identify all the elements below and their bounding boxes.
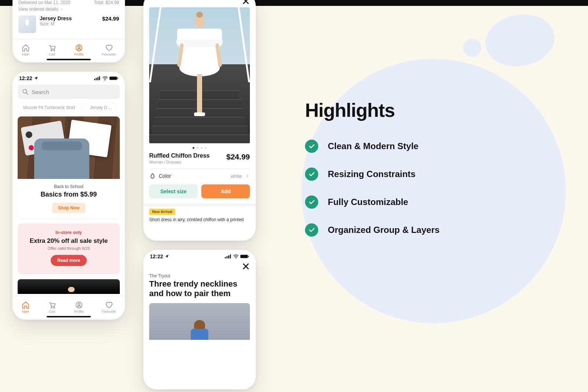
promo-eyebrow: In-store only <box>23 230 115 235</box>
tab-profile[interactable]: Profile <box>74 44 84 56</box>
battery-icon <box>110 76 118 80</box>
article-image <box>149 303 250 340</box>
promo-card[interactable]: Back to School Basics from $5.99 Shop No… <box>18 116 120 218</box>
product-name: Jersey Dress <box>40 15 72 21</box>
status-bar: 12:22 <box>143 250 256 261</box>
location-arrow-icon <box>34 76 38 80</box>
phone-main: 12:22 Search Muscle Fit Turtleneck Shirt… <box>12 72 125 320</box>
add-button[interactable]: Add <box>201 184 250 198</box>
product-price: $24.99 <box>102 15 119 22</box>
svg-rect-7 <box>99 76 100 80</box>
product-thumbnail <box>18 15 36 33</box>
close-icon[interactable] <box>242 262 250 270</box>
home-indicator <box>47 59 91 60</box>
svg-point-20 <box>236 258 236 259</box>
wifi-icon <box>233 254 239 259</box>
svg-rect-18 <box>228 255 229 258</box>
svg-rect-10 <box>117 78 118 79</box>
promo-image-peek <box>18 279 120 294</box>
tab-main[interactable]: Main <box>22 301 30 313</box>
highlight-item: Clean & Modern Style <box>305 140 511 153</box>
promo-sub: Offer calid through 8/23 <box>23 246 115 251</box>
product-category: Woman / Dresses <box>149 160 209 164</box>
highlight-item: Fully Customizable <box>305 195 511 209</box>
select-size-button[interactable]: Select size <box>149 184 198 198</box>
svg-point-1 <box>54 50 55 51</box>
promo-image <box>18 116 120 179</box>
phone-product: Ruffled Chiffon Dress Woman / Dresses $2… <box>143 0 256 241</box>
chip-scroller[interactable]: Muscle Fit Turtleneck Shirt Jersey D… <box>12 103 125 116</box>
svg-rect-6 <box>97 77 98 80</box>
shop-now-button[interactable]: Shop Now <box>52 203 86 213</box>
chevron-right-icon <box>60 7 64 11</box>
promo-eyebrow: Back to School <box>23 184 115 189</box>
svg-rect-5 <box>96 78 97 80</box>
svg-rect-16 <box>225 257 226 259</box>
svg-point-12 <box>51 307 52 308</box>
svg-point-3 <box>78 46 80 48</box>
product-price: $24.99 <box>226 152 250 161</box>
highlight-text: Fully Customizable <box>328 197 408 207</box>
color-label: Color <box>159 173 171 179</box>
chip[interactable]: Jersey D… <box>84 103 117 113</box>
chevron-right-icon <box>245 173 250 179</box>
read-more-button[interactable]: Read more <box>51 255 87 266</box>
svg-rect-21 <box>240 255 248 258</box>
tab-favourite[interactable]: Favourite <box>102 44 116 56</box>
home-icon <box>22 44 30 52</box>
profile-icon <box>75 301 83 309</box>
check-icon <box>305 140 318 153</box>
highlight-item: Organized Group & Layers <box>305 223 511 237</box>
svg-point-13 <box>54 307 55 308</box>
tab-profile[interactable]: Profile <box>74 301 84 313</box>
home-indicator <box>47 316 91 317</box>
svg-rect-9 <box>110 76 117 80</box>
location-arrow-icon <box>165 254 169 259</box>
battery-icon <box>240 254 249 259</box>
tab-main[interactable]: Main <box>22 44 30 56</box>
highlight-item: Resizing Constraints <box>305 168 511 181</box>
order-delivered: Delivered on Mar 11, 2020 <box>18 0 70 5</box>
promo-head: Extra 20% off all sale style <box>23 237 115 245</box>
product-hero-image[interactable] <box>149 7 250 143</box>
product-description: Short dress in airy, crinkled chiffon wi… <box>143 215 256 227</box>
svg-rect-19 <box>230 255 231 259</box>
svg-rect-4 <box>94 79 95 80</box>
highlight-text: Resizing Constraints <box>328 169 416 179</box>
droplet-icon <box>149 173 156 179</box>
check-icon <box>305 168 318 181</box>
cart-icon <box>48 44 56 52</box>
view-details-link[interactable]: View ordered details <box>12 7 125 12</box>
order-item[interactable]: Jersey Dress Size: M $24.99 <box>12 12 125 33</box>
signal-icon <box>225 254 232 259</box>
product-name: Ruffled Chiffon Dress <box>149 152 209 159</box>
check-icon <box>305 195 318 209</box>
article-title: Three trendy necklines and how to pair t… <box>143 278 256 303</box>
highlights-title: Highlights <box>305 99 511 121</box>
status-bar: 12:22 <box>12 72 125 83</box>
highlights-panel: Highlights Clean & Modern Style Resizing… <box>305 99 511 251</box>
profile-icon <box>75 44 83 52</box>
svg-rect-22 <box>248 256 249 257</box>
page-dots[interactable] <box>143 147 256 149</box>
heart-icon <box>105 301 113 309</box>
search-placeholder: Search <box>32 89 49 95</box>
cart-icon <box>48 301 56 309</box>
wifi-icon <box>102 76 108 80</box>
tab-cart[interactable]: Cart <box>48 301 56 313</box>
promo-head: Basics from $5.99 <box>23 191 115 198</box>
color-selector[interactable]: Color white <box>143 173 256 179</box>
tab-cart[interactable]: Cart <box>48 44 56 56</box>
article-eyebrow: The Tryout <box>143 270 256 278</box>
product-size: Size: M <box>40 21 72 26</box>
svg-point-15 <box>78 303 80 305</box>
promo-card-sale[interactable]: In-store only Extra 20% off all sale sty… <box>18 223 120 274</box>
svg-point-8 <box>105 80 105 80</box>
close-icon[interactable] <box>242 0 250 5</box>
chip[interactable]: Muscle Fit Turtleneck Shirt <box>18 103 80 113</box>
tab-favourite[interactable]: Favourite <box>102 301 116 313</box>
highlight-text: Organized Group & Layers <box>328 225 440 235</box>
search-input[interactable]: Search <box>18 85 120 99</box>
new-arrival-tag: New Arrival <box>149 209 175 215</box>
phone-article: 12:22 The Tryout Three trendy necklines … <box>143 250 256 389</box>
